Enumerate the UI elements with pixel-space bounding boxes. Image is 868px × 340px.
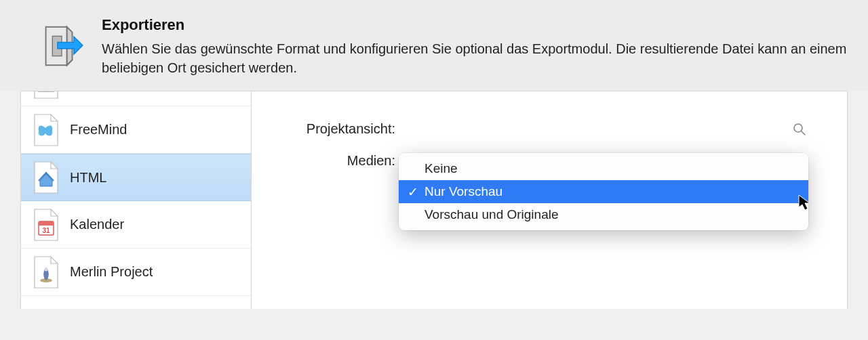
form-row-projectview: Projektansicht: [279,121,820,137]
sidebar-item-freemind[interactable]: FreeMind [21,106,251,154]
check-icon: ✓ [407,184,419,200]
dropdown-option-label: Keine [425,161,458,176]
header-title: Exportieren [102,16,848,34]
svg-rect-6 [39,221,54,226]
svg-point-10 [794,124,802,132]
sidebar-item-label: Merlin Project [70,264,153,280]
sidebar-item-label: HTML [70,170,106,186]
header: Exportieren Wählen Sie das gewünschte Fo… [0,0,868,91]
sidebar: Formatierter Text FreeMind [21,91,252,309]
dropdown-option-none[interactable]: ✓ Keine [399,157,808,180]
calendar-icon: 31 [31,208,60,242]
dropdown-option-preview-and-originals[interactable]: ✓ Vorschau und Originale [399,203,808,226]
sidebar-item-label: FreeMind [70,122,127,137]
header-text: Exportieren Wählen Sie das gewünschte Fo… [102,16,848,77]
svg-point-9 [45,268,48,271]
header-subtitle: Wählen Sie das gewünschte Format und kon… [102,39,848,77]
sidebar-item-html[interactable]: HTML [21,154,251,201]
sidebar-item-merlin[interactable]: Merlin Project [21,249,251,296]
table-icon [31,91,60,100]
home-icon [31,161,60,194]
projectview-label: Projektansicht: [279,121,395,137]
media-label: Medien: [279,153,395,169]
svg-text:31: 31 [42,227,50,234]
dropdown-option-label: Nur Vorschau [425,184,502,199]
butterfly-icon [31,113,60,147]
sidebar-item-label: Kalender [70,217,124,232]
export-icon [34,20,87,73]
svg-line-11 [802,131,805,135]
sidebar-item-calendar[interactable]: 31 Kalender [21,201,251,249]
merlin-icon [31,255,60,289]
dropdown-option-preview-only[interactable]: ✓ Nur Vorschau [399,180,808,203]
search-icon[interactable] [793,123,806,139]
dropdown-option-label: Vorschau und Originale [425,207,559,222]
sidebar-item-formatted-text[interactable]: Formatierter Text [21,91,251,106]
media-dropdown[interactable]: ✓ Keine ✓ Nur Vorschau ✓ Vorschau und Or… [399,153,808,230]
